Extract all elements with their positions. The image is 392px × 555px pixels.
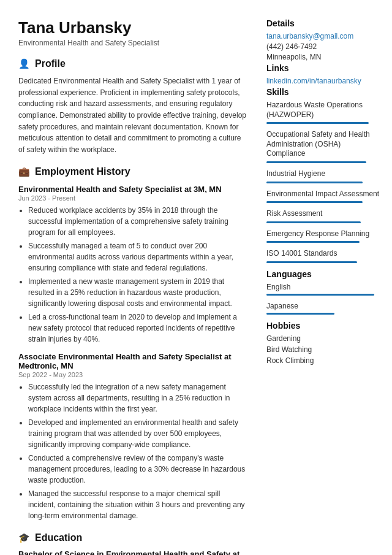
right-column: Details tana.urbansky@gmail.com (442) 24… bbox=[266, 18, 380, 555]
job-2-date: Sep 2022 - May 2023 bbox=[18, 371, 248, 378]
resume-container: Tana Urbansky Environmental Health and S… bbox=[0, 0, 392, 555]
left-column: Tana Urbansky Environmental Health and S… bbox=[18, 18, 248, 555]
profile-section: 👤 Profile Dedicated Environmental Health… bbox=[18, 58, 248, 155]
skill-1: Hazardous Waste Operations (HAZWOPER) bbox=[266, 101, 380, 124]
job-2-title: Associate Environmental Health and Safet… bbox=[18, 352, 248, 370]
skill-6-name: Emergency Response Planning bbox=[266, 229, 380, 239]
job-2: Associate Environmental Health and Safet… bbox=[18, 352, 248, 521]
links-heading: Links bbox=[266, 63, 380, 73]
skill-7-bar bbox=[266, 261, 357, 263]
job-2-bullet-1: Successfully led the integration of a ne… bbox=[28, 381, 248, 415]
job-2-bullet-3: Conducted a comprehensive review of the … bbox=[28, 453, 248, 486]
skill-2-name: Occupational Safety and Health Administr… bbox=[266, 130, 380, 159]
hobby-1: Gardening bbox=[266, 334, 380, 343]
job-1: Environmental Health and Safety Speciali… bbox=[18, 185, 248, 345]
job-1-bullet-4: Led a cross-functional team in 2020 to d… bbox=[28, 312, 248, 345]
skill-5: Risk Assessment bbox=[266, 209, 380, 223]
skill-3-name: Industrial Hygiene bbox=[266, 169, 380, 179]
skill-4-name: Environmental Impact Assessment bbox=[266, 189, 380, 199]
job-1-title: Environmental Health and Safety Speciali… bbox=[18, 185, 248, 194]
edu-entry-1: Bachelor of Science in Environmental Hea… bbox=[18, 549, 248, 555]
hobby-3: Rock Climbing bbox=[266, 356, 380, 365]
skill-7: ISO 14001 Standards bbox=[266, 249, 380, 263]
skill-1-name: Hazardous Waste Operations (HAZWOPER) bbox=[266, 101, 380, 120]
hobbies-heading: Hobbies bbox=[266, 321, 380, 331]
location: Minneapolis, MN bbox=[266, 53, 380, 61]
language-1: English bbox=[266, 283, 380, 296]
skill-4-bar bbox=[266, 201, 363, 203]
skill-5-bar bbox=[266, 221, 361, 223]
skill-6-bar bbox=[266, 241, 360, 243]
job-1-date: Jun 2023 - Present bbox=[18, 194, 248, 202]
education-section: 🎓 Education Bachelor of Science in Envir… bbox=[18, 532, 248, 555]
candidate-name: Tana Urbansky bbox=[18, 18, 248, 37]
education-icon: 🎓 bbox=[18, 532, 30, 543]
skills-heading: Skills bbox=[266, 87, 380, 97]
skill-3-bar bbox=[266, 182, 363, 183]
hobbies-section: Hobbies Gardening Bird Watching Rock Cli… bbox=[266, 321, 380, 365]
phone: (442) 246-7492 bbox=[266, 42, 380, 51]
links-section: Links linkedin.com/in/tanaurbansky bbox=[266, 63, 380, 85]
profile-heading: 👤 Profile bbox=[18, 58, 248, 69]
job-1-bullets: Reduced workplace accidents by 35% in 20… bbox=[18, 205, 248, 345]
languages-section: Languages English Japanese bbox=[266, 269, 380, 315]
language-2: Japanese bbox=[266, 302, 380, 315]
language-2-bar bbox=[266, 313, 334, 315]
skill-5-name: Risk Assessment bbox=[266, 209, 380, 219]
profile-icon: 👤 bbox=[18, 58, 30, 69]
job-1-bullet-1: Reduced workplace accidents by 35% in 20… bbox=[28, 205, 248, 238]
linkedin-link[interactable]: linkedin.com/in/tanaurbansky bbox=[266, 77, 380, 85]
languages-heading: Languages bbox=[266, 269, 380, 279]
job-2-bullet-4: Managed the successful response to a maj… bbox=[28, 488, 248, 521]
skill-1-bar bbox=[266, 122, 369, 124]
education-heading: 🎓 Education bbox=[18, 532, 248, 543]
header: Tana Urbansky Environmental Health and S… bbox=[18, 18, 248, 47]
edu-title-1: Bachelor of Science in Environmental Hea… bbox=[18, 549, 248, 555]
profile-text: Dedicated Environmental Health and Safet… bbox=[18, 75, 248, 155]
hobby-2: Bird Watching bbox=[266, 345, 380, 354]
employment-heading: 💼 Employment History bbox=[18, 166, 248, 177]
language-1-name: English bbox=[266, 283, 380, 291]
skill-2: Occupational Safety and Health Administr… bbox=[266, 130, 380, 163]
job-2-bullets: Successfully led the integration of a ne… bbox=[18, 381, 248, 521]
job-2-bullet-2: Developed and implemented an environment… bbox=[28, 417, 248, 450]
skill-2-bar bbox=[266, 161, 366, 163]
details-section: Details tana.urbansky@gmail.com (442) 24… bbox=[266, 18, 380, 61]
employment-section: 💼 Employment History Environmental Healt… bbox=[18, 166, 248, 521]
skills-section: Skills Hazardous Waste Operations (HAZWO… bbox=[266, 87, 380, 263]
skill-7-name: ISO 14001 Standards bbox=[266, 249, 380, 259]
job-1-bullet-3: Implemented a new waste management syste… bbox=[28, 276, 248, 309]
skill-6: Emergency Response Planning bbox=[266, 229, 380, 243]
language-1-bar bbox=[266, 294, 374, 296]
employment-icon: 💼 bbox=[18, 166, 30, 177]
email-link[interactable]: tana.urbansky@gmail.com bbox=[266, 32, 380, 40]
job-1-bullet-2: Successfully managed a team of 5 to cond… bbox=[28, 240, 248, 274]
language-2-name: Japanese bbox=[266, 302, 380, 310]
candidate-title: Environmental Health and Safety Speciali… bbox=[18, 39, 248, 47]
details-heading: Details bbox=[266, 18, 380, 28]
skill-3: Industrial Hygiene bbox=[266, 169, 380, 183]
skill-4: Environmental Impact Assessment bbox=[266, 189, 380, 204]
